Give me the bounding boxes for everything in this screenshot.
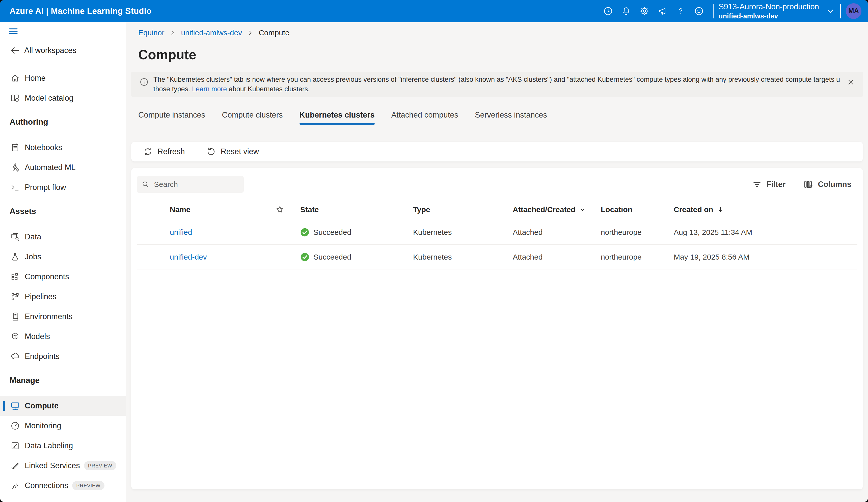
sidebar-item-label: All workspaces bbox=[24, 46, 76, 55]
topbar-divider bbox=[713, 4, 714, 18]
history-button[interactable] bbox=[600, 3, 616, 19]
sidebar-item-compute[interactable]: Compute bbox=[0, 396, 126, 416]
automl-lightning-icon bbox=[10, 162, 21, 173]
state-cell: Succeeded bbox=[300, 228, 351, 237]
sidebar-item-all-workspaces[interactable]: All workspaces bbox=[0, 41, 126, 60]
table-row[interactable]: unified Succeeded Kubernetes Attached no… bbox=[131, 220, 863, 245]
column-header-name[interactable]: Name bbox=[170, 205, 190, 214]
cube-icon bbox=[10, 331, 21, 342]
compute-monitor-icon bbox=[10, 400, 21, 411]
notifications-button[interactable] bbox=[619, 3, 634, 19]
settings-button[interactable] bbox=[637, 3, 652, 19]
workspace-switcher[interactable]: S913-Aurora-Non-production unified-amlws… bbox=[719, 2, 835, 20]
tab-attached-computes[interactable]: Attached computes bbox=[391, 111, 458, 125]
help-button[interactable] bbox=[673, 3, 688, 19]
refresh-button[interactable]: Refresh bbox=[143, 147, 185, 157]
column-header-created-on[interactable]: Created on bbox=[674, 205, 724, 214]
sidebar-item-home[interactable]: Home bbox=[0, 68, 126, 88]
filter-icon bbox=[752, 179, 762, 189]
learn-more-link[interactable]: Learn more bbox=[192, 85, 227, 93]
quill-icon bbox=[10, 460, 21, 471]
state-cell: Succeeded bbox=[300, 252, 351, 262]
column-header-type[interactable]: Type bbox=[413, 205, 430, 214]
sidebar-item-label: Data bbox=[25, 232, 41, 241]
sidebar-item-endpoints[interactable]: Endpoints bbox=[0, 346, 126, 366]
column-header-location[interactable]: Location bbox=[601, 205, 632, 214]
sidebar-item-label: Compute bbox=[25, 401, 59, 410]
sidebar-item-prompt-flow[interactable]: Prompt flow bbox=[0, 177, 126, 197]
content-area: Equinor unified-amlws-dev Compute Comput… bbox=[126, 22, 868, 502]
banner-line2-post: about Kubernetes clusters. bbox=[227, 85, 310, 93]
terminal-icon bbox=[10, 182, 21, 193]
pipelines-icon bbox=[10, 291, 21, 302]
tab-compute-instances[interactable]: Compute instances bbox=[138, 111, 205, 125]
sidebar-item-label: Models bbox=[25, 332, 50, 341]
components-icon bbox=[10, 271, 21, 282]
main-layout: All workspaces Home Model catalog Author… bbox=[0, 22, 868, 502]
tab-compute-clusters[interactable]: Compute clusters bbox=[222, 111, 282, 125]
favorite-column-header[interactable] bbox=[275, 205, 285, 215]
breadcrumb-equinor[interactable]: Equinor bbox=[138, 29, 164, 37]
column-header-state[interactable]: State bbox=[300, 205, 319, 214]
created-on-cell: Aug 13, 2025 11:34 AM bbox=[674, 228, 752, 237]
sort-descending-icon bbox=[717, 206, 724, 213]
sidebar-item-jobs[interactable]: Jobs bbox=[0, 247, 126, 266]
workspace-text: S913-Aurora-Non-production unified-amlws… bbox=[719, 2, 819, 20]
table-toolbar-right: Filter Columns bbox=[752, 179, 851, 189]
tab-kubernetes-clusters[interactable]: Kubernetes clusters bbox=[300, 111, 375, 125]
cluster-name-link[interactable]: unified bbox=[170, 228, 192, 237]
sidebar-item-model-catalog[interactable]: Model catalog bbox=[0, 88, 126, 108]
feedback-button[interactable] bbox=[691, 3, 706, 19]
sidebar-item-automated-ml[interactable]: Automated ML bbox=[0, 157, 126, 177]
sidebar-section-assets: Assets bbox=[0, 201, 126, 221]
sidebar-item-monitoring[interactable]: Monitoring bbox=[0, 416, 126, 436]
sidebar-item-label: Jobs bbox=[25, 252, 41, 261]
tab-serverless-instances[interactable]: Serverless instances bbox=[475, 111, 547, 125]
sidebar-item-linked-services[interactable]: Linked Services PREVIEW bbox=[0, 456, 126, 475]
column-header-label: Attached/Created bbox=[513, 205, 575, 214]
megaphone-icon bbox=[657, 6, 668, 17]
menu-toggle-button[interactable] bbox=[8, 25, 23, 37]
sidebar-item-data-labeling[interactable]: Data Labeling bbox=[0, 436, 126, 456]
question-icon bbox=[675, 6, 686, 17]
sidebar-nav: Home Model catalog Authoring Notebooks bbox=[0, 68, 126, 495]
sidebar-item-notebooks[interactable]: Notebooks bbox=[0, 137, 126, 157]
top-bar: Azure AI | Machine Learning Studio bbox=[0, 0, 868, 22]
breadcrumb-workspace[interactable]: unified-amlws-dev bbox=[181, 29, 242, 37]
gear-icon bbox=[639, 6, 650, 17]
home-icon bbox=[10, 73, 21, 84]
banner-close-button[interactable] bbox=[845, 76, 857, 88]
sidebar-item-environments[interactable]: Environments bbox=[0, 306, 126, 326]
search-box[interactable] bbox=[137, 176, 244, 193]
sidebar-item-label: Prompt flow bbox=[25, 183, 66, 192]
banner-line2-pre: those types. bbox=[153, 85, 192, 93]
cluster-name-link[interactable]: unified-dev bbox=[170, 253, 207, 261]
search-input[interactable] bbox=[154, 180, 251, 189]
sidebar-item-components[interactable]: Components bbox=[0, 266, 126, 286]
table-row[interactable]: unified-dev Succeeded Kubernetes Attache… bbox=[131, 245, 863, 269]
filter-label: Filter bbox=[767, 180, 786, 189]
sidebar-item-label: Data Labeling bbox=[25, 441, 73, 450]
sidebar-item-pipelines[interactable]: Pipelines bbox=[0, 286, 126, 306]
sidebar-item-connections[interactable]: Connections PREVIEW bbox=[0, 475, 126, 495]
app-title: Azure AI | Machine Learning Studio bbox=[10, 6, 152, 16]
attached-cell: Attached bbox=[513, 228, 542, 237]
sidebar-item-data[interactable]: Data bbox=[0, 227, 126, 247]
columns-button[interactable]: Columns bbox=[803, 179, 851, 189]
filter-button[interactable]: Filter bbox=[752, 179, 786, 189]
announcements-button[interactable] bbox=[655, 3, 670, 19]
column-header-attached-created[interactable]: Attached/Created bbox=[513, 205, 586, 214]
sidebar-item-models[interactable]: Models bbox=[0, 326, 126, 346]
reset-view-label: Reset view bbox=[221, 147, 259, 156]
sidebar-section-authoring: Authoring bbox=[0, 112, 126, 132]
page-title: Compute bbox=[138, 47, 863, 63]
attached-cell: Attached bbox=[513, 253, 542, 261]
type-cell: Kubernetes bbox=[413, 253, 452, 261]
banner-text: The "Kubernetes clusters" tab is now whe… bbox=[153, 75, 840, 94]
refresh-icon bbox=[143, 147, 153, 157]
user-avatar[interactable]: MA bbox=[846, 3, 861, 19]
reset-view-button[interactable]: Reset view bbox=[206, 147, 259, 157]
banner-line-1: The "Kubernetes clusters" tab is now whe… bbox=[153, 75, 840, 84]
notebook-icon bbox=[10, 142, 21, 153]
compute-tabs: Compute instances Compute clusters Kuber… bbox=[138, 111, 863, 125]
